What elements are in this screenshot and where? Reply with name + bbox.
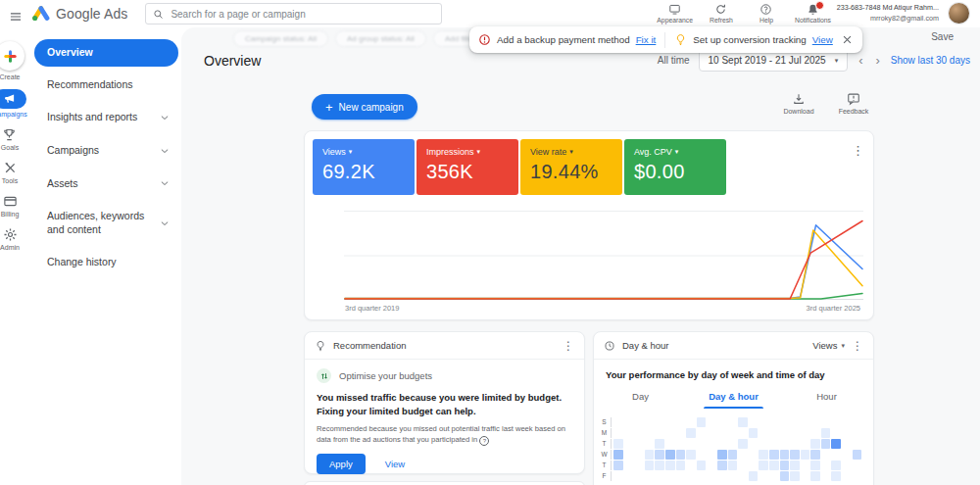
recommendation-menu-icon[interactable]: ⋮ (563, 340, 574, 352)
heatmap-cell[interactable] (645, 417, 655, 427)
heatmap-cell[interactable] (831, 461, 841, 470)
heatmap-cell[interactable] (697, 428, 707, 438)
heatmap-cell[interactable] (769, 417, 779, 427)
heatmap-cell[interactable] (821, 450, 831, 460)
scorecard-view-rate[interactable]: View rate▾19.44% (520, 139, 622, 195)
heatmap-cell[interactable] (707, 450, 716, 460)
heatmap-cell[interactable] (717, 428, 727, 438)
heatmap-cell[interactable] (749, 461, 759, 470)
heatmap-cell[interactable] (842, 461, 852, 470)
heatmap-cell[interactable] (655, 471, 664, 481)
heatmap-cell[interactable] (624, 428, 634, 438)
heatmap-cell[interactable] (831, 439, 841, 449)
heatmap-cell[interactable] (707, 439, 716, 449)
heatmap-cell[interactable] (645, 461, 655, 470)
heatmap-cell[interactable] (801, 439, 810, 449)
heatmap-cell[interactable] (769, 461, 779, 470)
heatmap-cell[interactable] (624, 471, 634, 481)
heatmap-cell[interactable] (613, 450, 623, 460)
heatmap-cell[interactable] (821, 461, 831, 470)
heatmap-cell[interactable] (707, 417, 716, 427)
sidebar-item-insights-and-reports[interactable]: Insights and reports (34, 103, 178, 132)
heatmap-cell[interactable] (801, 471, 810, 481)
account-info[interactable]: 233-683-7848 Md Atiqur Rahm... mrroky82@… (837, 3, 939, 24)
sidebar-item-recommendations[interactable]: Recommendations (34, 71, 178, 100)
heatmap-cell[interactable] (624, 461, 634, 470)
heatmap-cell[interactable] (831, 450, 841, 460)
heatmap-cell[interactable] (769, 428, 779, 438)
tab-day[interactable]: Day (594, 384, 687, 409)
heatmap-cell[interactable] (759, 428, 768, 438)
heatmap-cell[interactable] (676, 439, 686, 449)
rail-item-admin[interactable]: Admin (0, 226, 20, 251)
heatmap-cell[interactable] (634, 417, 644, 427)
heatmap-cell[interactable] (665, 417, 675, 427)
heatmap-cell[interactable] (810, 428, 820, 438)
heatmap-cell[interactable] (613, 471, 623, 481)
chart-card-menu-icon[interactable]: ⋮ (852, 144, 864, 157)
day-hour-menu-icon[interactable]: ⋮ (852, 340, 863, 352)
heatmap-cell[interactable] (686, 428, 696, 438)
heatmap-cell[interactable] (810, 461, 820, 470)
heatmap-cell[interactable] (676, 471, 686, 481)
heatmap-cell[interactable] (790, 471, 800, 481)
heatmap-cell[interactable] (738, 428, 748, 438)
sidebar-item-campaigns[interactable]: Campaigns (34, 136, 178, 166)
heatmap-cell[interactable] (810, 471, 820, 481)
fix-it-link[interactable]: Fix it (636, 34, 657, 45)
heatmap-cell[interactable] (853, 450, 862, 460)
heatmap-cell[interactable] (801, 450, 810, 460)
heatmap-cell[interactable] (738, 461, 748, 470)
heatmap-cell[interactable] (738, 439, 748, 449)
heatmap-cell[interactable] (790, 439, 800, 449)
scorecard-views[interactable]: Views▾69.2K (313, 139, 415, 195)
heatmap-cell[interactable] (655, 439, 664, 449)
heatmap-cell[interactable] (769, 471, 779, 481)
help-icon[interactable]: ? (479, 436, 489, 446)
heatmap-cell[interactable] (842, 417, 852, 427)
heatmap-cell[interactable] (676, 417, 686, 427)
heatmap-cell[interactable] (749, 471, 759, 481)
scorecard-impressions[interactable]: Impressions▾356K (416, 139, 518, 195)
appearance-button[interactable]: Appearance (657, 1, 693, 24)
heatmap-cell[interactable] (686, 450, 696, 460)
heatmap-cell[interactable] (613, 461, 623, 470)
megaphone-icon-pill[interactable] (0, 89, 26, 109)
heatmap-cell[interactable] (853, 439, 862, 449)
heatmap-cell[interactable] (769, 450, 779, 460)
heatmap-cell[interactable] (655, 461, 664, 470)
next-period-button[interactable]: › (873, 54, 881, 67)
heatmap-cell[interactable] (810, 439, 820, 449)
heatmap-cell[interactable] (645, 428, 655, 438)
heatmap-cell[interactable] (697, 417, 707, 427)
heatmap-cell[interactable] (613, 428, 623, 438)
rail-item-create[interactable]: Create (0, 41, 24, 80)
heatmap-cell[interactable] (810, 450, 820, 460)
heatmap-cell[interactable] (759, 439, 768, 449)
heatmap-cell[interactable] (780, 471, 790, 481)
heatmap-cell[interactable] (790, 461, 800, 470)
heatmap-cell[interactable] (624, 450, 634, 460)
heatmap-cell[interactable] (853, 461, 862, 470)
heatmap-cell[interactable] (780, 450, 790, 460)
heatmap-cell[interactable] (780, 428, 790, 438)
tab-hour[interactable]: Hour (780, 384, 873, 409)
view-recommendation-link[interactable]: View (385, 459, 405, 469)
heatmap-cell[interactable] (728, 439, 738, 449)
help-button[interactable]: Help (750, 1, 783, 24)
scorecard-avg-cpv[interactable]: Avg. CPV▾$0.00 (624, 139, 726, 195)
heatmap-cell[interactable] (749, 428, 759, 438)
tab-day-hour[interactable]: Day & hour (687, 384, 780, 409)
heatmap-cell[interactable] (707, 428, 716, 438)
heatmap-cell[interactable] (728, 428, 738, 438)
heatmap-cell[interactable] (801, 461, 810, 470)
heatmap-cell[interactable] (686, 471, 696, 481)
heatmap-cell[interactable] (717, 439, 727, 449)
heatmap-cell[interactable] (645, 439, 655, 449)
rail-item-goals[interactable]: Goals (1, 126, 19, 151)
heatmap-cell[interactable] (676, 450, 686, 460)
heatmap-cell[interactable] (613, 417, 623, 427)
heatmap-cell[interactable] (634, 450, 644, 460)
heatmap-cell[interactable] (697, 461, 707, 470)
metric-selector[interactable]: Views ▾ (812, 340, 845, 351)
